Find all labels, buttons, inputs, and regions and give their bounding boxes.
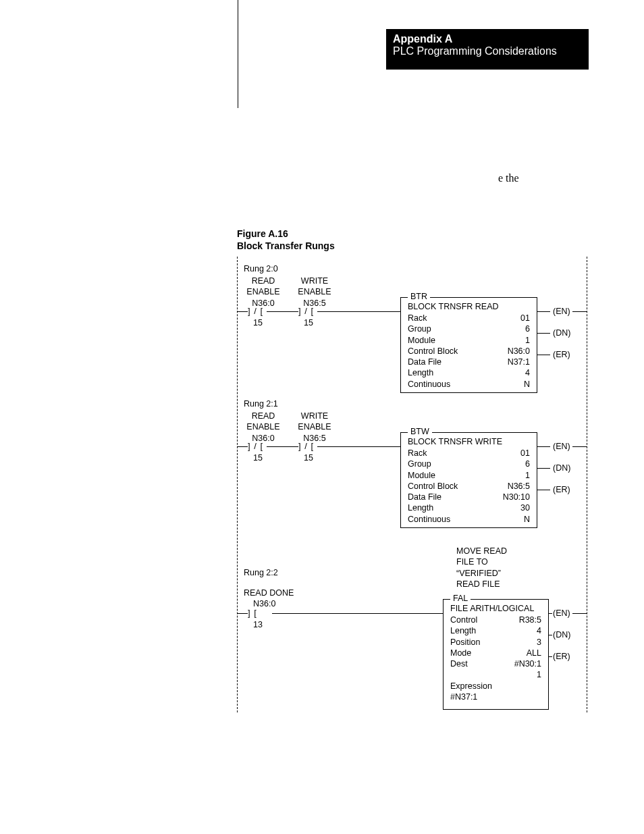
xic-symbol: ] [ [248, 608, 257, 619]
instruction-box: FAL FILE ARITH/LOGICAL ControlR38:5 Leng… [443, 599, 549, 710]
box-mnemonic: FAL [450, 594, 471, 603]
dn-output: (DN) [553, 630, 570, 640]
contact: WRITE ENABLE N36:5 [295, 276, 334, 309]
right-rail [587, 257, 587, 712]
en-output: (EN) [553, 608, 570, 618]
box-mnemonic: BTW [408, 427, 432, 436]
box-mnemonic: BTR [408, 292, 430, 301]
rung-label: Rung 2:1 [244, 398, 278, 409]
figure-caption: Figure A.16 Block Transfer Rungs [237, 228, 335, 252]
rung-label: Rung 2:0 [244, 263, 278, 274]
en-output: (EN) [553, 442, 570, 451]
appendix-subtitle: PLC Programming Considerations [393, 45, 582, 57]
contact: READ DONE N36:0 [244, 588, 304, 610]
fig-line1: Figure A.16 [237, 228, 288, 239]
dn-output: (DN) [553, 463, 570, 473]
fig-line2: Block Transfer Rungs [237, 240, 335, 251]
er-output: (ER) [553, 652, 570, 661]
contact: WRITE ENABLE N36:5 [295, 411, 334, 444]
rung-label: Rung 2:2 [244, 567, 278, 578]
left-rail [237, 257, 238, 712]
header-banner: Appendix A PLC Programming Consideration… [386, 29, 589, 70]
xio-symbol: ] / [ [298, 441, 314, 452]
instruction-box: BTW BLOCK TRNSFR WRITE Rack01 Group6 Mod… [400, 432, 537, 528]
contact: READ ENABLE N36:0 [244, 276, 283, 309]
er-output: (ER) [553, 350, 570, 359]
appendix-label: Appendix A [393, 33, 582, 45]
xio-symbol: ] / [ [248, 441, 263, 452]
en-output: (EN) [553, 307, 570, 316]
comment: MOVE READ FILE TO “VERIFIED” READ FILE [456, 546, 507, 590]
xio-symbol: ] / [ [248, 306, 263, 317]
instruction-box: BTR BLOCK TRNSFR READ Rack01 Group6 Modu… [400, 297, 537, 393]
ladder-diagram: Rung 2:0 READ ENABLE N36:0 ] / [ 15 WRIT… [237, 257, 588, 716]
xio-symbol: ] / [ [298, 306, 314, 317]
contact: READ ENABLE N36:0 [244, 411, 283, 444]
stray-text: e the [498, 172, 519, 184]
dn-output: (DN) [553, 328, 570, 338]
er-output: (ER) [553, 485, 570, 494]
header-divider [238, 0, 238, 108]
